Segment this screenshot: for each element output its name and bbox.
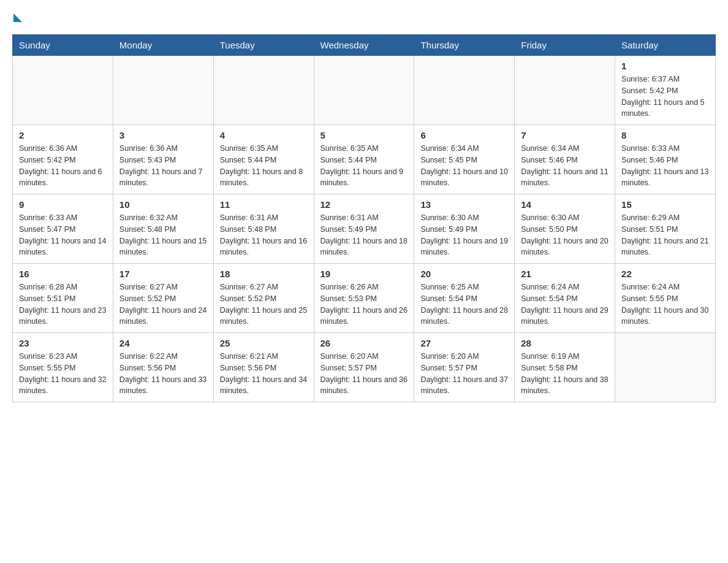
day-info: Sunrise: 6:24 AM Sunset: 5:54 PM Dayligh… <box>521 282 609 327</box>
calendar-cell: 27Sunrise: 6:20 AM Sunset: 5:57 PM Dayli… <box>414 333 515 402</box>
day-info: Sunrise: 6:27 AM Sunset: 5:52 PM Dayligh… <box>220 282 308 327</box>
day-number: 9 <box>19 199 107 210</box>
day-info: Sunrise: 6:30 AM Sunset: 5:49 PM Dayligh… <box>420 212 508 258</box>
day-number: 3 <box>119 130 207 140</box>
day-number: 25 <box>220 338 308 348</box>
weekday-header-wednesday: Wednesday <box>314 35 414 56</box>
day-number: 21 <box>521 269 609 279</box>
day-number: 5 <box>320 130 408 140</box>
day-info: Sunrise: 6:25 AM Sunset: 5:54 PM Dayligh… <box>420 282 508 327</box>
day-number: 26 <box>320 338 408 348</box>
weekday-header-saturday: Saturday <box>615 35 716 56</box>
calendar-cell <box>13 56 113 125</box>
logo <box>12 12 22 28</box>
calendar-cell <box>314 56 414 125</box>
day-info: Sunrise: 6:31 AM Sunset: 5:49 PM Dayligh… <box>320 212 408 258</box>
calendar-cell: 19Sunrise: 6:26 AM Sunset: 5:53 PM Dayli… <box>314 264 414 333</box>
calendar-cell: 16Sunrise: 6:28 AM Sunset: 5:51 PM Dayli… <box>13 264 113 333</box>
calendar-cell: 3Sunrise: 6:36 AM Sunset: 5:43 PM Daylig… <box>113 125 213 194</box>
day-info: Sunrise: 6:26 AM Sunset: 5:53 PM Dayligh… <box>320 282 408 327</box>
calendar-cell: 25Sunrise: 6:21 AM Sunset: 5:56 PM Dayli… <box>213 333 314 402</box>
calendar-cell: 26Sunrise: 6:20 AM Sunset: 5:57 PM Dayli… <box>314 333 414 402</box>
day-number: 8 <box>621 130 709 140</box>
weekday-header-monday: Monday <box>113 35 213 56</box>
week-row-5: 23Sunrise: 6:23 AM Sunset: 5:55 PM Dayli… <box>13 333 716 402</box>
weekday-header-tuesday: Tuesday <box>213 35 314 56</box>
calendar-cell: 9Sunrise: 6:33 AM Sunset: 5:47 PM Daylig… <box>13 194 113 264</box>
day-info: Sunrise: 6:36 AM Sunset: 5:42 PM Dayligh… <box>19 143 107 189</box>
day-number: 10 <box>119 199 207 210</box>
day-number: 14 <box>521 199 609 210</box>
day-info: Sunrise: 6:31 AM Sunset: 5:48 PM Dayligh… <box>220 212 308 258</box>
calendar-cell: 24Sunrise: 6:22 AM Sunset: 5:56 PM Dayli… <box>113 333 213 402</box>
day-info: Sunrise: 6:28 AM Sunset: 5:51 PM Dayligh… <box>19 282 107 327</box>
day-number: 12 <box>320 199 408 210</box>
calendar-cell: 28Sunrise: 6:19 AM Sunset: 5:58 PM Dayli… <box>515 333 615 402</box>
day-number: 1 <box>621 61 709 71</box>
week-row-4: 16Sunrise: 6:28 AM Sunset: 5:51 PM Dayli… <box>13 264 716 333</box>
day-number: 6 <box>420 130 508 140</box>
day-number: 28 <box>521 338 609 348</box>
calendar-cell: 23Sunrise: 6:23 AM Sunset: 5:55 PM Dayli… <box>13 333 113 402</box>
week-row-1: 1Sunrise: 6:37 AM Sunset: 5:42 PM Daylig… <box>13 56 716 125</box>
day-info: Sunrise: 6:29 AM Sunset: 5:51 PM Dayligh… <box>621 212 709 258</box>
calendar-cell: 18Sunrise: 6:27 AM Sunset: 5:52 PM Dayli… <box>213 264 314 333</box>
calendar-cell: 1Sunrise: 6:37 AM Sunset: 5:42 PM Daylig… <box>615 56 716 125</box>
page-header <box>12 12 716 28</box>
day-info: Sunrise: 6:34 AM Sunset: 5:46 PM Dayligh… <box>521 143 609 189</box>
calendar-cell: 6Sunrise: 6:34 AM Sunset: 5:45 PM Daylig… <box>414 125 515 194</box>
day-info: Sunrise: 6:22 AM Sunset: 5:56 PM Dayligh… <box>119 351 207 397</box>
day-info: Sunrise: 6:33 AM Sunset: 5:46 PM Dayligh… <box>621 143 709 189</box>
calendar-table: SundayMondayTuesdayWednesdayThursdayFrid… <box>12 34 716 402</box>
day-info: Sunrise: 6:33 AM Sunset: 5:47 PM Dayligh… <box>19 212 107 258</box>
day-info: Sunrise: 6:37 AM Sunset: 5:42 PM Dayligh… <box>621 74 709 120</box>
day-info: Sunrise: 6:27 AM Sunset: 5:52 PM Dayligh… <box>119 282 207 327</box>
calendar-cell: 10Sunrise: 6:32 AM Sunset: 5:48 PM Dayli… <box>113 194 213 264</box>
day-number: 18 <box>220 269 308 279</box>
day-number: 20 <box>420 269 508 279</box>
day-info: Sunrise: 6:19 AM Sunset: 5:58 PM Dayligh… <box>521 351 609 397</box>
calendar-cell: 15Sunrise: 6:29 AM Sunset: 5:51 PM Dayli… <box>615 194 716 264</box>
calendar-cell: 14Sunrise: 6:30 AM Sunset: 5:50 PM Dayli… <box>515 194 615 264</box>
day-number: 13 <box>420 199 508 210</box>
calendar-cell <box>113 56 213 125</box>
day-number: 27 <box>420 338 508 348</box>
calendar-cell: 2Sunrise: 6:36 AM Sunset: 5:42 PM Daylig… <box>13 125 113 194</box>
day-info: Sunrise: 6:24 AM Sunset: 5:55 PM Dayligh… <box>621 282 709 327</box>
day-info: Sunrise: 6:20 AM Sunset: 5:57 PM Dayligh… <box>320 351 408 397</box>
calendar-cell: 22Sunrise: 6:24 AM Sunset: 5:55 PM Dayli… <box>615 264 716 333</box>
day-number: 7 <box>521 130 609 140</box>
calendar-cell <box>213 56 314 125</box>
day-info: Sunrise: 6:35 AM Sunset: 5:44 PM Dayligh… <box>220 143 308 189</box>
day-number: 16 <box>19 269 107 279</box>
week-row-2: 2Sunrise: 6:36 AM Sunset: 5:42 PM Daylig… <box>13 125 716 194</box>
calendar-cell: 4Sunrise: 6:35 AM Sunset: 5:44 PM Daylig… <box>213 125 314 194</box>
calendar-cell: 17Sunrise: 6:27 AM Sunset: 5:52 PM Dayli… <box>113 264 213 333</box>
weekday-header-friday: Friday <box>515 35 615 56</box>
calendar-cell: 11Sunrise: 6:31 AM Sunset: 5:48 PM Dayli… <box>213 194 314 264</box>
day-info: Sunrise: 6:23 AM Sunset: 5:55 PM Dayligh… <box>19 351 107 397</box>
day-info: Sunrise: 6:35 AM Sunset: 5:44 PM Dayligh… <box>320 143 408 189</box>
calendar-header-row: SundayMondayTuesdayWednesdayThursdayFrid… <box>13 35 716 56</box>
day-number: 19 <box>320 269 408 279</box>
day-info: Sunrise: 6:21 AM Sunset: 5:56 PM Dayligh… <box>220 351 308 397</box>
day-number: 2 <box>19 130 107 140</box>
calendar-cell: 21Sunrise: 6:24 AM Sunset: 5:54 PM Dayli… <box>515 264 615 333</box>
day-info: Sunrise: 6:36 AM Sunset: 5:43 PM Dayligh… <box>119 143 207 189</box>
day-number: 22 <box>621 269 709 279</box>
day-number: 23 <box>19 338 107 348</box>
calendar-cell <box>515 56 615 125</box>
calendar-cell: 13Sunrise: 6:30 AM Sunset: 5:49 PM Dayli… <box>414 194 515 264</box>
calendar-cell: 7Sunrise: 6:34 AM Sunset: 5:46 PM Daylig… <box>515 125 615 194</box>
calendar-cell: 12Sunrise: 6:31 AM Sunset: 5:49 PM Dayli… <box>314 194 414 264</box>
day-info: Sunrise: 6:32 AM Sunset: 5:48 PM Dayligh… <box>119 212 207 258</box>
weekday-header-sunday: Sunday <box>13 35 113 56</box>
logo-general-text <box>12 12 22 28</box>
day-number: 4 <box>220 130 308 140</box>
week-row-3: 9Sunrise: 6:33 AM Sunset: 5:47 PM Daylig… <box>13 194 716 264</box>
weekday-header-thursday: Thursday <box>414 35 515 56</box>
calendar-cell: 5Sunrise: 6:35 AM Sunset: 5:44 PM Daylig… <box>314 125 414 194</box>
day-info: Sunrise: 6:30 AM Sunset: 5:50 PM Dayligh… <box>521 212 609 258</box>
calendar-cell <box>615 333 716 402</box>
calendar-cell: 8Sunrise: 6:33 AM Sunset: 5:46 PM Daylig… <box>615 125 716 194</box>
